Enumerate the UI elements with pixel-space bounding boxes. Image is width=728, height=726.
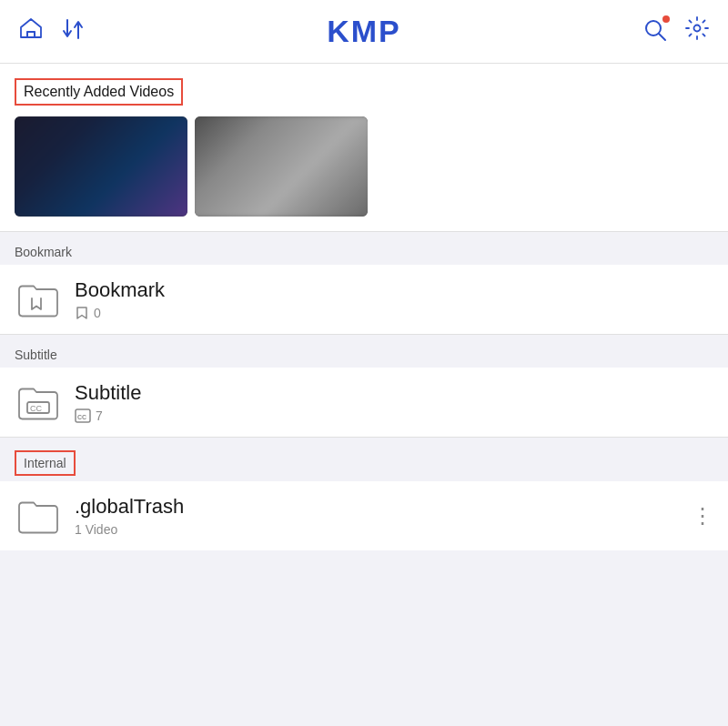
internal-label-wrap: Internal [0,438,728,481]
thumbnails-row [15,116,713,231]
subtitle-subtitle: CC 7 [75,408,713,423]
header-right-icons [642,15,710,47]
bookmark-folder-icon [15,276,62,323]
notification-dot [662,15,670,23]
global-trash-content: .globalTrash 1 Video [75,495,692,537]
internal-group: Internal .globalTrash 1 Video ⋮ [0,438,728,550]
svg-line-4 [659,34,665,40]
home-icon[interactable] [18,15,44,47]
bookmark-subtitle: 0 [75,306,713,320]
subtitle-title: Subtitle [75,381,713,405]
settings-icon[interactable] [684,15,710,47]
recently-added-section: Recently Added Videos [0,64,728,231]
more-options-button[interactable]: ⋮ [692,503,713,529]
recently-added-label: Recently Added Videos [15,78,183,106]
subtitle-group-label: Subtitle [0,335,728,368]
bookmark-group: Bookmark Bookmark 0 [0,232,728,334]
search-button[interactable] [642,17,668,46]
subtitle-item-content: Subtitle CC 7 [75,381,713,423]
bookmark-count: 0 [94,306,101,320]
subtitle-count: 7 [96,408,103,423]
bookmark-group-label: Bookmark [0,232,728,265]
subtitle-group: Subtitle CC Subtitle CC 7 [0,335,728,437]
bookmark-list-item[interactable]: Bookmark 0 [0,265,728,334]
svg-rect-0 [27,32,35,37]
main-content: Recently Added Videos Bookmark Bookmark [0,64,728,550]
subtitle-list-item[interactable]: CC Subtitle CC 7 [0,368,728,437]
bookmark-title: Bookmark [75,278,713,302]
svg-text:CC: CC [77,414,86,420]
internal-group-label: Internal [15,450,76,476]
app-title: KMP [327,14,401,49]
subtitle-folder-icon: CC [15,378,62,426]
sort-icon[interactable] [60,16,86,47]
thumbnail-1[interactable] [15,116,187,217]
bookmark-item-content: Bookmark 0 [75,278,713,320]
global-trash-title: .globalTrash [75,495,692,519]
app-header: KMP [0,0,728,64]
global-trash-folder-icon [15,492,62,539]
global-trash-list-item[interactable]: .globalTrash 1 Video ⋮ [0,481,728,550]
svg-point-5 [694,25,701,32]
header-left-icons [18,15,86,47]
global-trash-subtitle: 1 Video [75,522,692,537]
svg-text:CC: CC [30,404,42,413]
thumbnail-2[interactable] [195,116,368,217]
